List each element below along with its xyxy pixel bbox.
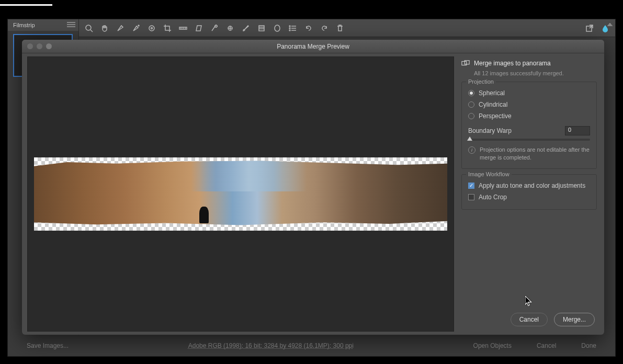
boundary-warp-slider[interactable] — [468, 139, 590, 141]
white-balance-icon[interactable] — [116, 24, 125, 33]
projection-title: Projection — [466, 78, 496, 85]
projection-group: Projection Spherical Cylindrical Perspec… — [461, 82, 597, 169]
svg-point-16 — [275, 25, 280, 31]
checkbox-icon — [468, 183, 474, 189]
dialog-title: Panorama Merge Preview — [22, 43, 604, 50]
rotate-ccw-icon[interactable] — [304, 24, 313, 33]
svg-point-2 — [138, 25, 139, 26]
straighten-icon[interactable] — [178, 24, 188, 33]
image-info[interactable]: Adobe RGB (1998); 16 bit; 3284 by 4928 (… — [87, 342, 455, 349]
svg-rect-24 — [462, 61, 467, 65]
open-objects-button[interactable]: Open Objects — [467, 339, 518, 352]
dialog-titlebar[interactable]: Panorama Merge Preview — [22, 40, 604, 53]
video-progress — [0, 4, 52, 6]
graduated-filter-icon[interactable] — [257, 24, 266, 33]
boundary-warp-input[interactable]: 0 — [565, 126, 590, 135]
checkbox-label: Auto Crop — [479, 194, 507, 201]
zoom-icon[interactable] — [84, 24, 94, 33]
filmstrip-menu-icon[interactable] — [67, 22, 75, 28]
auto-tone-checkbox[interactable]: Apply auto tone and color adjustments — [468, 180, 590, 191]
svg-point-0 — [86, 25, 91, 30]
projection-info-text: Projection options are not editable afte… — [480, 146, 590, 162]
workflow-group: Image Workflow Apply auto tone and color… — [461, 174, 597, 210]
open-external-icon[interactable] — [585, 24, 594, 33]
svg-point-22 — [289, 30, 290, 31]
projection-cylindrical[interactable]: Cylindrical — [468, 99, 590, 110]
merge-header: Merge images to panorama — [461, 58, 597, 69]
svg-rect-13 — [259, 26, 264, 31]
radio-icon — [468, 90, 474, 96]
close-window-icon[interactable] — [27, 43, 33, 49]
hand-icon[interactable] — [100, 24, 109, 33]
checkbox-label: Apply auto tone and color adjustments — [479, 182, 585, 189]
color-sampler-icon[interactable] — [131, 24, 141, 33]
window-controls[interactable] — [27, 43, 52, 49]
info-icon: i — [468, 146, 475, 154]
svg-point-3 — [149, 26, 154, 31]
transform-icon[interactable] — [194, 24, 203, 33]
radial-filter-icon[interactable] — [273, 24, 282, 33]
filmstrip-title: Filmstrip — [13, 22, 35, 28]
scroll-up-icon[interactable] — [607, 21, 613, 28]
radio-label: Perspective — [479, 112, 512, 120]
slider-handle[interactable] — [467, 136, 472, 141]
crop-icon[interactable] — [163, 24, 172, 33]
svg-point-9 — [215, 25, 217, 27]
boundary-warp-label: Boundary Warp — [468, 127, 512, 134]
radio-icon — [468, 101, 474, 108]
filmstrip-header[interactable]: Filmstrip — [8, 19, 78, 31]
svg-point-21 — [289, 28, 290, 29]
dialog-merge-button[interactable]: Merge... — [554, 313, 595, 326]
trash-icon[interactable] — [335, 24, 345, 33]
panorama-preview-image — [34, 157, 447, 231]
projection-perspective[interactable]: Perspective — [468, 110, 590, 122]
radio-icon — [468, 113, 474, 119]
svg-point-20 — [289, 26, 290, 27]
target-adjust-icon[interactable] — [147, 24, 156, 33]
radio-label: Spherical — [479, 89, 505, 97]
dialog-cancel-button[interactable]: Cancel — [511, 313, 548, 326]
cancel-button[interactable]: Cancel — [530, 339, 562, 352]
workflow-title: Image Workflow — [466, 171, 512, 177]
minimize-window-icon[interactable] — [37, 43, 42, 49]
panorama-merge-dialog: Panorama Merge Preview Merge images to p… — [22, 40, 604, 335]
redeye-icon[interactable] — [225, 24, 235, 33]
adjustment-brush-icon[interactable] — [241, 24, 251, 33]
merge-header-label: Merge images to panorama — [474, 60, 551, 67]
svg-line-1 — [90, 30, 93, 32]
auto-crop-checkbox[interactable]: Auto Crop — [468, 191, 590, 203]
svg-point-4 — [151, 27, 153, 29]
checkbox-icon — [468, 194, 474, 200]
radio-label: Cylindrical — [479, 101, 507, 108]
svg-rect-25 — [465, 61, 469, 64]
toolbar — [79, 19, 615, 37]
rotate-cw-icon[interactable] — [320, 24, 329, 33]
save-images-button[interactable]: Save Images... — [20, 339, 75, 352]
merge-options-panel: Merge images to panorama All 12 images s… — [454, 53, 604, 335]
done-button[interactable]: Done — [575, 339, 603, 352]
status-bar: Save Images... Adobe RGB (1998); 16 bit;… — [8, 335, 615, 356]
projection-spherical[interactable]: Spherical — [468, 87, 590, 99]
preview-canvas[interactable] — [27, 56, 454, 332]
zoom-window-icon[interactable] — [46, 43, 52, 49]
spot-removal-icon[interactable] — [210, 24, 219, 33]
list-icon[interactable] — [288, 24, 298, 33]
